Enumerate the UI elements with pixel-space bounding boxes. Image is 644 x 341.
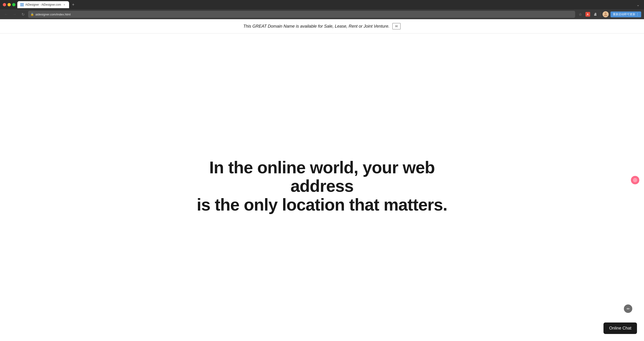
banner-text: This GREAT Domain Name is available for … — [243, 24, 390, 29]
profile-avatar[interactable] — [602, 11, 609, 17]
floating-chat-widget[interactable] — [631, 176, 639, 184]
minimize-traffic-light[interactable] — [8, 3, 11, 6]
title-bar: AiDesigner - AiDesigner.com × + ⌄ — [0, 0, 644, 9]
browser-chrome: AiDesigner - AiDesigner.com × + ⌄ ← → ↻ … — [0, 0, 644, 19]
favicon-grid — [20, 3, 24, 6]
extensions-button[interactable] — [592, 11, 598, 18]
tab-title: AiDesigner - AiDesigner.com — [25, 3, 61, 6]
back-button[interactable]: ← — [3, 11, 9, 18]
floating-edit-widget[interactable]: ✏ — [624, 304, 632, 313]
toolbar-divider — [600, 12, 601, 17]
extension-icon[interactable]: A — [586, 12, 590, 17]
svg-rect-0 — [594, 14, 596, 16]
tab-favicon — [20, 3, 24, 6]
address-bar-row: ← → ↻ 🔒 aidesigner.com/index.html ☆ A — [0, 9, 644, 19]
hero-text: In the online world, your web address is… — [193, 158, 451, 214]
top-banner: This GREAT Domain Name is available for … — [0, 19, 644, 34]
maximize-traffic-light[interactable] — [12, 3, 16, 6]
address-bar[interactable]: 🔒 aidesigner.com/index.html — [28, 11, 575, 18]
forward-button[interactable]: → — [11, 11, 18, 18]
toolbar-actions: ☆ A 重新启动即可更新 ⋮ — [577, 11, 641, 18]
refresh-button[interactable]: ↻ — [20, 11, 26, 18]
edit-icon: ✏ — [627, 306, 630, 311]
online-chat-button[interactable]: Online Chat — [604, 322, 637, 334]
traffic-lights — [3, 3, 16, 6]
email-icon-button[interactable]: ✉ — [392, 23, 401, 30]
hero-line2: is the only location that matters. — [197, 195, 447, 214]
hero-line1: In the online world, your web address — [209, 158, 435, 195]
close-traffic-light[interactable] — [3, 3, 6, 6]
tab-bar: AiDesigner - AiDesigner.com × + — [17, 1, 633, 8]
tab-close-button[interactable]: × — [62, 3, 66, 6]
tab-list-button[interactable]: ⌄ — [635, 2, 641, 8]
hero-section: In the online world, your web address is… — [0, 34, 644, 339]
new-tab-button[interactable]: + — [70, 2, 76, 8]
url-text: aidesigner.com/index.html — [35, 13, 573, 16]
svg-point-1 — [605, 12, 606, 14]
update-button[interactable]: 重新启动即可更新 ⋮ — [610, 12, 641, 17]
webpage-content: This GREAT Domain Name is available for … — [0, 19, 644, 341]
lock-icon: 🔒 — [30, 13, 34, 16]
active-tab[interactable]: AiDesigner - AiDesigner.com × — [17, 1, 69, 8]
bookmark-button[interactable]: ☆ — [577, 11, 584, 18]
